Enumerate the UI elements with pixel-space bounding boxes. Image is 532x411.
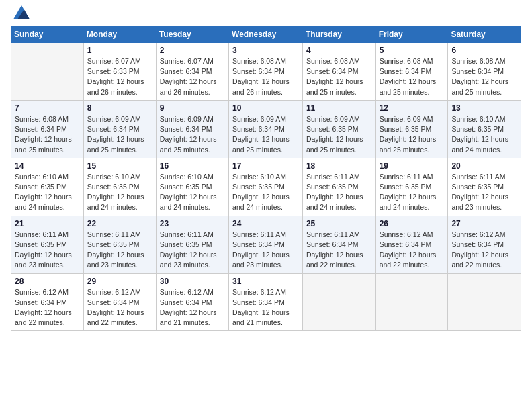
- day-number: 5: [380, 46, 445, 55]
- day-number: 6: [451, 46, 517, 55]
- day-info: Sunrise: 6:10 AM Sunset: 6:35 PM Dayligh…: [160, 172, 225, 213]
- calendar-cell: [375, 273, 448, 331]
- day-info: Sunrise: 6:11 AM Sunset: 6:35 PM Dayligh…: [380, 172, 445, 213]
- calendar: SundayMondayTuesdayWednesdayThursdayFrid…: [11, 26, 521, 331]
- calendar-cell: 21Sunrise: 6:11 AM Sunset: 6:35 PM Dayli…: [11, 216, 84, 273]
- calendar-cell: 24Sunrise: 6:11 AM Sunset: 6:34 PM Dayli…: [229, 216, 303, 273]
- day-info: Sunrise: 6:08 AM Sunset: 6:34 PM Dayligh…: [232, 56, 299, 97]
- day-info: Sunrise: 6:11 AM Sunset: 6:35 PM Dayligh…: [160, 230, 225, 271]
- day-number: 12: [380, 103, 445, 113]
- day-number: 23: [160, 219, 225, 228]
- calendar-cell: 10Sunrise: 6:09 AM Sunset: 6:34 PM Dayli…: [229, 100, 303, 158]
- calendar-cell: [11, 43, 84, 101]
- day-number: 9: [160, 103, 225, 113]
- calendar-header-row: SundayMondayTuesdayWednesdayThursdayFrid…: [11, 26, 521, 43]
- day-number: 16: [160, 161, 225, 171]
- day-number: 30: [160, 277, 225, 286]
- calendar-cell: 11Sunrise: 6:09 AM Sunset: 6:35 PM Dayli…: [302, 100, 375, 158]
- col-header-sunday: Sunday: [11, 26, 84, 43]
- calendar-cell: 26Sunrise: 6:12 AM Sunset: 6:34 PM Dayli…: [375, 216, 448, 273]
- calendar-week-row: 1Sunrise: 6:07 AM Sunset: 6:33 PM Daylig…: [11, 43, 521, 101]
- day-info: Sunrise: 6:11 AM Sunset: 6:34 PM Dayligh…: [306, 230, 372, 271]
- calendar-week-row: 28Sunrise: 6:12 AM Sunset: 6:34 PM Dayli…: [11, 273, 521, 331]
- day-info: Sunrise: 6:12 AM Sunset: 6:34 PM Dayligh…: [380, 230, 445, 271]
- day-info: Sunrise: 6:10 AM Sunset: 6:35 PM Dayligh…: [451, 114, 517, 155]
- day-number: 10: [232, 103, 299, 113]
- header: [11, 11, 521, 19]
- day-info: Sunrise: 6:09 AM Sunset: 6:34 PM Dayligh…: [160, 114, 225, 155]
- calendar-cell: 18Sunrise: 6:11 AM Sunset: 6:35 PM Dayli…: [302, 158, 375, 216]
- day-info: Sunrise: 6:09 AM Sunset: 6:34 PM Dayligh…: [232, 114, 299, 155]
- calendar-cell: 16Sunrise: 6:10 AM Sunset: 6:35 PM Dayli…: [156, 158, 228, 216]
- day-info: Sunrise: 6:12 AM Sunset: 6:34 PM Dayligh…: [160, 287, 225, 328]
- col-header-saturday: Saturday: [448, 26, 521, 43]
- day-number: 27: [451, 219, 517, 228]
- day-number: 31: [232, 277, 299, 286]
- calendar-cell: 25Sunrise: 6:11 AM Sunset: 6:34 PM Dayli…: [302, 216, 375, 273]
- calendar-cell: 22Sunrise: 6:11 AM Sunset: 6:35 PM Dayli…: [83, 216, 156, 273]
- day-info: Sunrise: 6:10 AM Sunset: 6:35 PM Dayligh…: [87, 172, 152, 213]
- calendar-cell: [302, 273, 375, 331]
- calendar-cell: 31Sunrise: 6:12 AM Sunset: 6:34 PM Dayli…: [229, 273, 303, 331]
- calendar-cell: 23Sunrise: 6:11 AM Sunset: 6:35 PM Dayli…: [156, 216, 228, 273]
- col-header-tuesday: Tuesday: [156, 26, 228, 43]
- day-info: Sunrise: 6:12 AM Sunset: 6:34 PM Dayligh…: [87, 287, 152, 328]
- day-number: 29: [87, 277, 152, 286]
- day-number: 14: [15, 161, 80, 171]
- col-header-monday: Monday: [83, 26, 156, 43]
- day-info: Sunrise: 6:11 AM Sunset: 6:35 PM Dayligh…: [306, 172, 372, 213]
- day-number: 25: [306, 219, 372, 228]
- calendar-cell: 30Sunrise: 6:12 AM Sunset: 6:34 PM Dayli…: [156, 273, 228, 331]
- day-number: 7: [15, 103, 80, 113]
- day-info: Sunrise: 6:12 AM Sunset: 6:34 PM Dayligh…: [451, 230, 517, 271]
- calendar-cell: 27Sunrise: 6:12 AM Sunset: 6:34 PM Dayli…: [448, 216, 521, 273]
- day-number: 11: [306, 103, 372, 113]
- calendar-cell: 8Sunrise: 6:09 AM Sunset: 6:34 PM Daylig…: [83, 100, 156, 158]
- logo-icon: [13, 5, 30, 19]
- day-info: Sunrise: 6:08 AM Sunset: 6:34 PM Dayligh…: [306, 56, 372, 97]
- calendar-cell: 17Sunrise: 6:10 AM Sunset: 6:35 PM Dayli…: [229, 158, 303, 216]
- day-number: 8: [87, 103, 152, 113]
- col-header-thursday: Thursday: [302, 26, 375, 43]
- calendar-cell: 1Sunrise: 6:07 AM Sunset: 6:33 PM Daylig…: [83, 43, 156, 101]
- calendar-cell: 3Sunrise: 6:08 AM Sunset: 6:34 PM Daylig…: [229, 43, 303, 101]
- calendar-cell: 29Sunrise: 6:12 AM Sunset: 6:34 PM Dayli…: [83, 273, 156, 331]
- day-info: Sunrise: 6:08 AM Sunset: 6:34 PM Dayligh…: [380, 56, 445, 97]
- calendar-cell: 5Sunrise: 6:08 AM Sunset: 6:34 PM Daylig…: [375, 43, 448, 101]
- day-number: 28: [15, 277, 80, 286]
- col-header-wednesday: Wednesday: [229, 26, 303, 43]
- calendar-week-row: 14Sunrise: 6:10 AM Sunset: 6:35 PM Dayli…: [11, 158, 521, 216]
- calendar-cell: 13Sunrise: 6:10 AM Sunset: 6:35 PM Dayli…: [448, 100, 521, 158]
- calendar-cell: 7Sunrise: 6:08 AM Sunset: 6:34 PM Daylig…: [11, 100, 84, 158]
- day-info: Sunrise: 6:07 AM Sunset: 6:34 PM Dayligh…: [160, 56, 225, 97]
- calendar-cell: 2Sunrise: 6:07 AM Sunset: 6:34 PM Daylig…: [156, 43, 228, 101]
- col-header-friday: Friday: [375, 26, 448, 43]
- day-info: Sunrise: 6:07 AM Sunset: 6:33 PM Dayligh…: [87, 56, 152, 97]
- day-number: 24: [232, 219, 299, 228]
- day-number: 2: [160, 46, 225, 55]
- calendar-cell: 12Sunrise: 6:09 AM Sunset: 6:35 PM Dayli…: [375, 100, 448, 158]
- day-info: Sunrise: 6:11 AM Sunset: 6:35 PM Dayligh…: [451, 172, 517, 213]
- logo: [11, 11, 30, 19]
- calendar-cell: 9Sunrise: 6:09 AM Sunset: 6:34 PM Daylig…: [156, 100, 228, 158]
- day-info: Sunrise: 6:09 AM Sunset: 6:35 PM Dayligh…: [380, 114, 445, 155]
- day-number: 13: [451, 103, 517, 113]
- day-info: Sunrise: 6:12 AM Sunset: 6:34 PM Dayligh…: [232, 287, 299, 328]
- calendar-cell: 19Sunrise: 6:11 AM Sunset: 6:35 PM Dayli…: [375, 158, 448, 216]
- day-number: 19: [380, 161, 445, 171]
- calendar-cell: 28Sunrise: 6:12 AM Sunset: 6:34 PM Dayli…: [11, 273, 84, 331]
- calendar-cell: [448, 273, 521, 331]
- day-info: Sunrise: 6:11 AM Sunset: 6:35 PM Dayligh…: [15, 230, 80, 271]
- calendar-week-row: 21Sunrise: 6:11 AM Sunset: 6:35 PM Dayli…: [11, 216, 521, 273]
- page: SundayMondayTuesdayWednesdayThursdayFrid…: [0, 0, 532, 411]
- day-info: Sunrise: 6:10 AM Sunset: 6:35 PM Dayligh…: [232, 172, 299, 213]
- day-info: Sunrise: 6:08 AM Sunset: 6:34 PM Dayligh…: [451, 56, 517, 97]
- day-number: 17: [232, 161, 299, 171]
- day-info: Sunrise: 6:12 AM Sunset: 6:34 PM Dayligh…: [15, 287, 80, 328]
- day-number: 21: [15, 219, 80, 228]
- calendar-cell: 15Sunrise: 6:10 AM Sunset: 6:35 PM Dayli…: [83, 158, 156, 216]
- calendar-week-row: 7Sunrise: 6:08 AM Sunset: 6:34 PM Daylig…: [11, 100, 521, 158]
- calendar-cell: 6Sunrise: 6:08 AM Sunset: 6:34 PM Daylig…: [448, 43, 521, 101]
- day-number: 3: [232, 46, 299, 55]
- day-number: 22: [87, 219, 152, 228]
